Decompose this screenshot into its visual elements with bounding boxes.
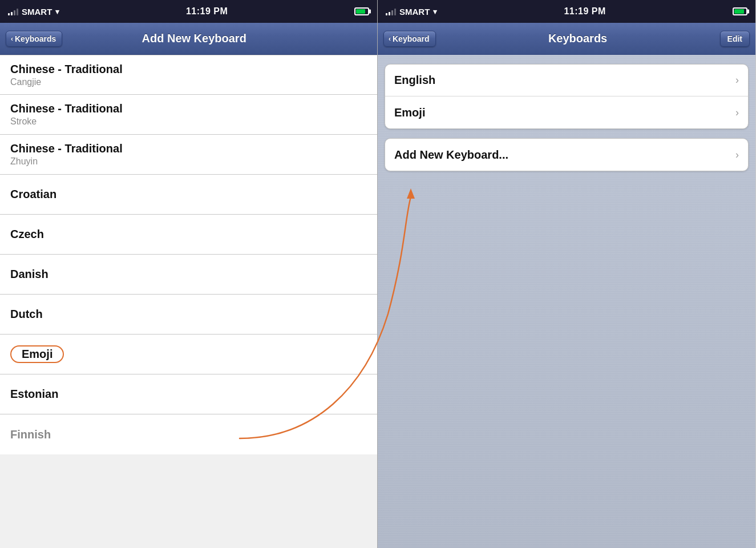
right-time: 11:19 PM — [564, 6, 605, 17]
signal-bars-icon — [8, 7, 18, 15]
list-item-main: Dutch — [10, 308, 367, 321]
emoji-circle-highlight: Emoji — [10, 345, 64, 363]
keyboards-content: English › Emoji › Add New Keyboard... › — [378, 55, 755, 548]
add-new-keyboard-item[interactable]: Add New Keyboard... › — [385, 139, 748, 171]
right-battery-icon — [733, 7, 747, 15]
right-signal-bars-icon — [386, 7, 396, 15]
right-back-button[interactable]: ‹ Keyboard — [383, 31, 436, 47]
left-status-bar: SMART ▾ 11:19 PM — [0, 0, 377, 23]
back-chevron-icon: ‹ — [11, 35, 13, 43]
right-back-chevron-icon: ‹ — [389, 35, 391, 43]
list-item[interactable]: Chinese - Traditional Stroke — [0, 95, 377, 135]
battery-fill — [356, 9, 365, 14]
list-item-sub: Zhuyin — [10, 156, 367, 167]
add-keyboard-section-box: Add New Keyboard... › — [385, 138, 749, 171]
list-item-dutch[interactable]: Dutch — [0, 295, 377, 335]
add-keyboard-label: Add New Keyboard... — [394, 148, 508, 162]
list-item-emoji[interactable]: Emoji — [0, 335, 377, 374]
emoji-item[interactable]: Emoji › — [385, 96, 748, 128]
right-nav-title: Keyboards — [436, 32, 720, 45]
carrier-label: SMART — [22, 7, 52, 17]
list-item-main: Emoji — [22, 348, 52, 361]
list-item-main: Finnish — [10, 428, 367, 441]
add-keyboard-chevron-icon: › — [735, 149, 739, 161]
list-item-main: Chinese - Traditional — [10, 102, 367, 115]
list-item-sub: Stroke — [10, 116, 367, 127]
left-time: 11:19 PM — [186, 6, 228, 17]
edit-button[interactable]: Edit — [720, 31, 750, 47]
right-nav-bar: ‹ Keyboard Keyboards Edit — [378, 23, 755, 55]
right-back-label: Keyboard — [393, 34, 430, 43]
list-item-danish[interactable]: Danish — [0, 255, 377, 295]
right-status-right — [733, 7, 747, 15]
keyboards-section-box: English › Emoji › — [385, 64, 749, 129]
wifi-icon: ▾ — [55, 7, 59, 16]
list-item-main: Estonian — [10, 388, 367, 401]
list-item[interactable]: Chinese - Traditional Cangjie — [0, 55, 377, 95]
english-chevron-icon: › — [735, 74, 739, 86]
list-item-main: Czech — [10, 228, 367, 241]
right-wifi-icon: ▾ — [433, 7, 437, 16]
right-status-left: SMART ▾ — [386, 7, 437, 17]
list-item-sub: Cangjie — [10, 77, 367, 87]
left-back-label: Keyboards — [15, 34, 56, 43]
left-panel: SMART ▾ 11:19 PM ‹ Keyboards Add New Key… — [0, 0, 378, 548]
panels-wrapper: SMART ▾ 11:19 PM ‹ Keyboards Add New Key… — [0, 0, 756, 548]
left-status-right — [354, 7, 369, 15]
right-carrier-label: SMART — [399, 7, 430, 17]
list-item-croatian[interactable]: Croatian — [0, 175, 377, 215]
add-keyboard-list: Chinese - Traditional Cangjie Chinese - … — [0, 55, 377, 548]
emoji-label: Emoji — [394, 106, 425, 119]
list-item-main: Chinese - Traditional — [10, 63, 367, 76]
list-item-main: Chinese - Traditional — [10, 142, 367, 155]
right-panel: SMART ▾ 11:19 PM ‹ Keyboard Keyboards Ed… — [378, 0, 755, 548]
list-item-czech[interactable]: Czech — [0, 215, 377, 255]
left-back-button[interactable]: ‹ Keyboards — [6, 31, 62, 47]
left-status-left: SMART ▾ — [8, 7, 59, 17]
list-item-estonian[interactable]: Estonian — [0, 374, 377, 414]
left-nav-title: Add New Keyboard — [62, 32, 326, 45]
list-item-main: Croatian — [10, 188, 367, 201]
emoji-chevron-icon: › — [735, 107, 739, 119]
english-label: English — [394, 74, 435, 87]
list-item-finnish[interactable]: Finnish — [0, 414, 377, 454]
right-status-bar: SMART ▾ 11:19 PM — [378, 0, 755, 23]
list-item[interactable]: Chinese - Traditional Zhuyin — [0, 135, 377, 175]
right-battery-fill — [734, 9, 744, 14]
list-item-main: Danish — [10, 268, 367, 281]
battery-icon — [354, 7, 369, 15]
english-item[interactable]: English › — [385, 65, 748, 96]
left-nav-bar: ‹ Keyboards Add New Keyboard — [0, 23, 377, 55]
